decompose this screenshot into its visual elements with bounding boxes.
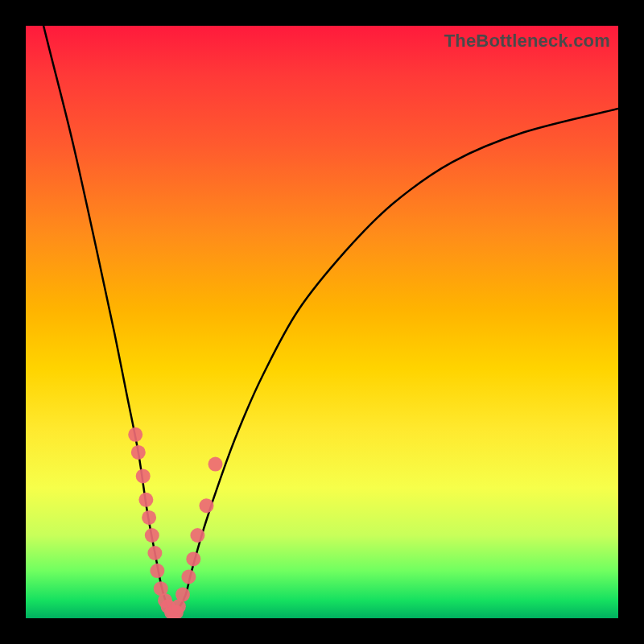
marker-dot: [136, 469, 151, 483]
marker-dot: [186, 551, 200, 566]
marker-dot: [200, 498, 214, 513]
chart-svg: [26, 26, 618, 618]
plot-area: TheBottleneck.com: [26, 26, 618, 618]
marker-dot: [138, 493, 153, 507]
marker-dot: [147, 546, 162, 560]
marker-dot: [150, 564, 164, 578]
marker-dot: [142, 510, 156, 525]
marker-dot: [208, 457, 223, 472]
marker-dot: [128, 427, 142, 442]
marker-dot: [190, 528, 204, 543]
sample-markers: [128, 427, 222, 618]
marker-dot: [131, 445, 146, 460]
marker-dot: [145, 528, 159, 543]
marker-dot: [181, 570, 196, 584]
chart-frame: TheBottleneck.com: [0, 0, 644, 644]
bottleneck-curve: [26, 26, 618, 613]
marker-dot: [175, 588, 190, 602]
